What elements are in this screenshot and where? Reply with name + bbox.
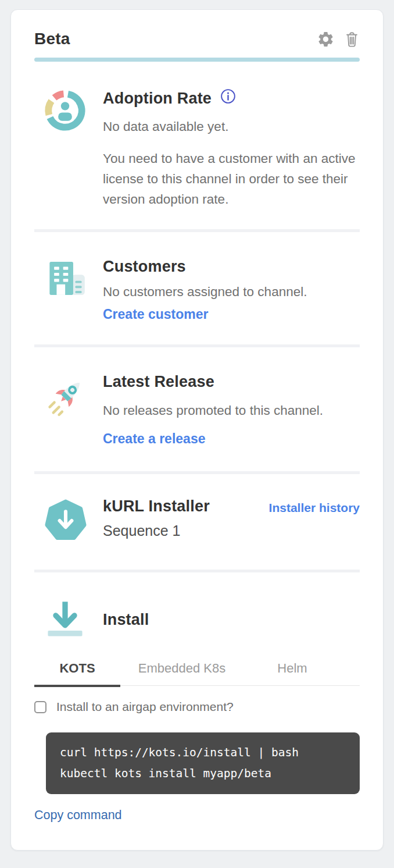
header-actions: [317, 30, 360, 48]
code-line-2: kubectl kots install myapp/beta: [60, 763, 346, 784]
kurl-heptagon-download-icon: [34, 497, 103, 546]
copy-command-link[interactable]: Copy command: [34, 808, 122, 823]
tab-embedded-k8s[interactable]: Embedded K8s: [120, 661, 243, 687]
kurl-installer-title: kURL Installer: [103, 497, 210, 515]
release-empty-text: No releases promoted to this channel.: [103, 400, 360, 421]
channel-title: Beta: [34, 30, 70, 48]
airgap-checkbox[interactable]: [34, 701, 46, 713]
customers-empty-text: No customers assigned to channel.: [103, 282, 360, 302]
airgap-option-row: Install to an airgap environment?: [34, 700, 360, 714]
tab-kots[interactable]: KOTS: [34, 661, 120, 687]
install-method-tabs: KOTS Embedded K8s Helm: [34, 661, 360, 686]
delete-trash-icon[interactable]: [344, 30, 360, 48]
settings-gear-icon[interactable]: [317, 30, 335, 48]
adoption-rate-donut-user-icon: [34, 88, 103, 209]
kurl-installer-section: kURL Installer Sequence 1 Installer hist…: [34, 474, 360, 572]
customers-building-icon: [34, 258, 103, 322]
adoption-empty-title: No data available yet.: [103, 116, 360, 137]
create-customer-link[interactable]: Create customer: [103, 307, 209, 322]
install-title: Install: [103, 611, 149, 629]
adoption-rate-title: Adoption Rate: [103, 90, 212, 108]
installer-history-link[interactable]: Installer history: [269, 501, 360, 515]
airgap-label: Install to an airgap environment?: [56, 700, 234, 714]
customers-section: Customers No customers assigned to chann…: [34, 232, 360, 347]
customers-title: Customers: [103, 258, 186, 276]
rocket-icon: [34, 373, 103, 447]
adoption-empty-description: You need to have a customer with an acti…: [103, 148, 360, 209]
installer-sequence: Sequence 1: [103, 522, 210, 539]
tab-helm[interactable]: Helm: [243, 661, 341, 687]
info-icon[interactable]: [220, 88, 236, 108]
channel-card: Beta: [10, 9, 384, 851]
card-header: Beta: [34, 10, 360, 48]
code-line-1: curl https://kots.io/install | bash: [60, 742, 346, 763]
install-download-icon: [34, 593, 103, 646]
latest-release-title: Latest Release: [103, 373, 214, 391]
install-command-code-block: curl https://kots.io/install | bashkubec…: [46, 732, 360, 794]
install-section: Install KOTS Embedded K8s Helm Install t…: [34, 572, 360, 823]
latest-release-section: Latest Release No releases promoted to t…: [34, 347, 360, 474]
channel-accent-bar: [34, 58, 360, 62]
create-release-link[interactable]: Create a release: [103, 431, 205, 447]
adoption-rate-section: Adoption Rate No data available yet. You…: [34, 62, 360, 232]
